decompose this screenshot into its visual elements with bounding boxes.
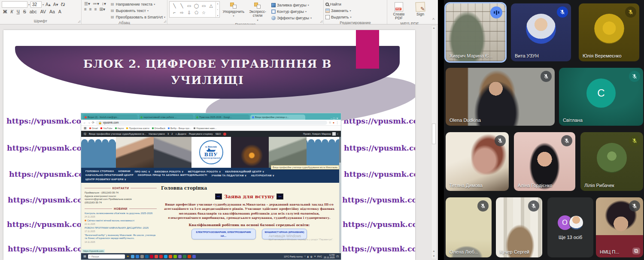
paragraph-menu-button[interactable]: ▤Направление текста▾ [110,1,165,7]
participant-tile[interactable]: НМЦ П...⧉ [596,197,643,257]
align-right-button[interactable]: ≡ [94,7,98,12]
picture-in-picture-icon[interactable]: ⧉ [632,248,640,254]
create-pdf-button[interactable]: Create PDF [389,1,409,21]
sign-icon [415,2,425,12]
numbering-button[interactable]: ≔▾ [92,1,100,6]
slide-scrollbar-thumb[interactable] [432,124,436,144]
sign-button[interactable]: Sign [410,1,430,21]
participant-tile[interactable]: Олена Люб... [446,197,492,257]
mic-off-icon [528,200,539,212]
bookmark-item: Карти [115,127,124,130]
shape-icon[interactable]: ⌐ [171,9,178,16]
clear-formatting-button[interactable]: 🗘 [60,2,66,7]
next-slide-button[interactable]: ▾ [431,254,436,258]
participant-tile[interactable]: Тетяна Димова [446,132,509,191]
select-button[interactable]: Выделить▾ [325,14,352,20]
participant-tile[interactable]: Кучер Сергей [496,197,542,257]
quick-styles-button[interactable]: Экспресс-стили▾ [246,1,270,21]
dialog-launcher-icon[interactable]: ◿ [320,20,322,23]
shape-icon[interactable]: △ [207,3,215,9]
previous-slide-button[interactable]: ▴ [431,249,436,253]
slide-link-text[interactable]: https://vpusmk.com/ [7,220,92,229]
dialog-launcher-icon[interactable]: ◿ [78,20,80,23]
wordpress-admin-bar: Ⓦ Вище професійне училище суднобудування… [81,131,341,137]
shape-icon[interactable]: ▭ [185,3,193,9]
arrange-button[interactable]: Упорядочить▾ [222,1,246,21]
grow-font-button[interactable]: A▴ [45,2,52,7]
site-logo: м. Миколаїв ВПУ СУДНОБУДУВАННЯ [191,137,231,168]
tab-title: Практика 2025-2026 - Googl... [199,116,232,118]
slide-link-text[interactable]: https://vpusmk.com/ [343,220,415,229]
bookmark-favicon [152,127,154,129]
align-left-button[interactable]: ≡ [83,7,88,12]
slide-link-text[interactable]: https://vpusmk.com/ [6,117,92,125]
nav-item: КВАЛІФІКАЦІЙНИЙ ЦЕНТР ∨ [225,170,264,173]
bookmark-favicon [115,127,117,129]
font-format-button[interactable]: Ж [2,9,9,15]
collapse-ribbon-button[interactable]: ^ [432,18,434,22]
shape-icon[interactable]: ◯ [193,3,200,9]
avatar [569,215,583,230]
participant-tile[interactable]: Хиврич Марина Є... [446,3,505,61]
font-format-button[interactable]: A [57,9,63,15]
slide-link-text[interactable]: https://vpusmk.com/ [7,144,92,152]
find-button[interactable]: Найти [325,1,352,7]
volume-icon: 🕩 [314,255,315,258]
logo-sub: СУДНОБУДУВАННЯ [202,157,221,159]
embedded-browser-screenshot[interactable]: Вхідні (2) - hivrich.mar@gm...перспектив… [81,113,341,260]
shapes-gallery-scrollbar[interactable]: ▴▪▾ [216,2,219,17]
shape-icon[interactable]: ☆ [200,9,207,16]
shape-icon[interactable]: ⬠ [193,9,200,16]
tab-title: Вхідні (2) - hivrich.mar@gm... [88,116,119,118]
dialog-launcher-icon[interactable]: ◿ [164,20,166,23]
shape-fill-button[interactable]: Заливка фигуры▾ [271,2,312,8]
participant-tile[interactable]: Olena Dudkina [446,68,555,126]
line-spacing-button[interactable]: ↕▾ [101,1,107,6]
font-name-combo[interactable] [2,1,27,8]
shape-icon[interactable]: ▭ [200,3,207,9]
slide-canvas[interactable]: БЛОК 2. ЦИФРОВЕ УПРАВЛІННЯ В УЧИЛИЩІ htt… [3,30,415,260]
font-format-button[interactable]: AV [39,9,47,15]
bullets-button[interactable]: ☰▾ [83,1,91,6]
align-center-button[interactable]: ≡ [88,7,93,12]
font-size-combo[interactable]: 32 [30,1,42,8]
slide-link-text[interactable]: https://vpusmk.com/ [344,170,415,178]
replace-button[interactable]: Заменить▾ [325,8,352,13]
paragraph-menu-button[interactable]: ▤Выровнять текст▾ [110,8,165,13]
participant-tile[interactable]: Аліна Гордієнко [514,132,575,191]
news-item: "Безпечний вибір" у воєнному Миколаєві. … [85,234,157,243]
columns-button[interactable]: ⊞▾ [99,7,106,12]
participant-tile[interactable]: Вита УЗУН [511,3,571,61]
font-format-button[interactable]: Aa [48,9,56,15]
shape-effects-button[interactable]: Эффекты фигуры▾ [271,15,312,21]
nav-item: ПРО НАС ∨ [135,170,150,173]
font-format-button[interactable]: Ч [15,9,21,15]
font-format-button[interactable]: К [9,9,15,15]
weather-status: 13°C Partly sunny [284,255,303,258]
shapes-gallery[interactable]: ╲╲▭◯▭△⌐⇨⇩⬠☆ ▴▪▾ [169,1,220,18]
shape-icon[interactable]: ⇩ [185,9,193,16]
shrink-font-button[interactable]: A▾ [52,2,59,7]
paragraph-menu-button[interactable]: ▤Преобразовать в SmartArt▾ [110,14,165,20]
shape-outline-button[interactable]: Контур фигуры▾ [271,9,312,14]
shape-icon[interactable]: ╲ [178,3,185,9]
slide-link-text[interactable]: https://vpusmk.com/ [344,144,415,152]
participant-tile[interactable]: Юлія Веремеєнко [579,3,639,61]
slide-accent-rectangle[interactable] [356,30,379,69]
slide-scrollbar[interactable]: ▴ ▴ ▾ [431,25,437,259]
font-format-button[interactable]: S [22,9,27,15]
participant-tile[interactable]: CСвітлана [559,68,643,126]
slide-link-text[interactable]: https://vpusmk.com/ [342,196,415,204]
chevron-down-icon: ▾ [28,3,30,6]
participant-name: Хиврич Марина Є... [450,53,492,58]
participant-tile[interactable]: Лілія Рибачек [580,132,643,191]
scroll-up-icon[interactable]: ▴ [431,26,436,30]
font-format-button[interactable]: abc [28,9,38,15]
slide-link-text[interactable]: https://vpusmk.com/ [342,245,415,253]
nav-item: НАВЧАЛЬНО-ПРАКТИЧНИЙ ЦЕНТР [85,174,134,177]
arrow-left-icon: ⇦ [276,193,283,200]
shape-icon[interactable]: ╲ [171,3,178,9]
participant-tile[interactable]: OЩе 13 осіб [547,197,593,257]
shape-icon[interactable]: ⇨ [178,9,185,16]
avatar [526,14,556,44]
